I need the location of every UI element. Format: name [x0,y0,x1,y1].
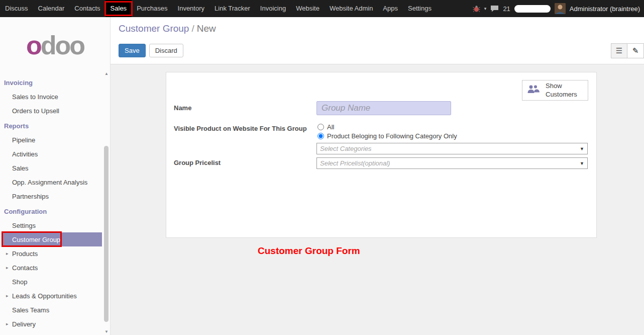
radio-all-input[interactable] [317,124,324,130]
radio-category-label: Product Beloging to Following Category O… [327,132,457,140]
menu-item-calendar[interactable]: Calendar [33,0,70,17]
radio-option-all[interactable]: All [317,123,334,131]
view-switcher: ☰ ✎ [611,43,644,58]
menu-item-website[interactable]: Website [291,0,325,17]
edit-form-icon: ✎ [632,46,639,55]
top-menu: Discuss Calendar Contacts Sales Purchase… [0,0,437,17]
annotation-caption: Customer Group Form [258,245,360,257]
visible-product-field-label: Visible Product on Website For This Grou… [174,125,307,132]
topbar: Discuss Calendar Contacts Sales Purchase… [0,0,644,17]
sidebar-section-reports: Reports [0,118,102,133]
list-view-icon: ☰ [616,46,622,55]
radio-category-input[interactable] [317,133,324,139]
odoo-logo: odoo [0,17,110,73]
sidebar-item-shop[interactable]: Shop [3,275,102,289]
bug-icon[interactable] [473,6,480,12]
scroll-up-icon[interactable]: ▲ [103,71,110,76]
sidebar-item-activities[interactable]: Activities [3,147,102,161]
sidebar-scrollbar: ▲ ▼ [103,71,110,335]
scroll-down-icon[interactable]: ▼ [103,329,110,334]
show-customers-label: Show Customers [546,82,579,99]
menu-item-inventory[interactable]: Inventory [173,0,209,17]
menu-item-sales-label: Sales [111,5,127,12]
action-buttons: Save Discard [119,44,183,57]
menu-item-sales[interactable]: Sales [105,0,132,17]
sidebar-item-customer-group-label: Customer Group [12,236,60,243]
sidebar-item-contacts-label: Contacts [12,264,38,272]
scrollbar-thumb[interactable] [104,146,109,322]
sidebar-nav: Invoicing Sales to Invoice Orders to Ups… [0,74,102,331]
pricelist-select-placeholder: Select Pricelist(optional) [320,159,390,167]
menu-item-invoicing[interactable]: Invoicing [255,0,291,17]
caret-right-icon: ▸ [6,321,12,326]
status-pill [514,5,551,13]
menu-item-discuss[interactable]: Discuss [0,0,33,17]
name-field-label: Name [174,104,191,112]
control-panel: Customer Group/New Save Discard ☰ ✎ [111,17,644,64]
caret-right-icon: ▸ [6,293,12,298]
discard-button[interactable]: Discard [149,44,183,57]
show-customers-button[interactable]: Show Customers [522,80,588,101]
form-area: Show Customers Name Visible Product on W… [111,64,644,335]
group-name-input[interactable] [316,101,451,115]
menu-item-contacts[interactable]: Contacts [69,0,105,17]
sidebar-item-leads-opportunities-label: Leads & Opportunities [12,292,77,300]
select-caret-icon: ▼ [580,161,584,166]
messages-count[interactable]: 21 [503,5,510,13]
customers-group-icon [527,85,541,97]
categories-select-placeholder: Select Categories [320,145,372,152]
breadcrumb: Customer Group/New [119,23,216,34]
sidebar-item-partnerships[interactable]: Partnerships [3,189,102,203]
sidebar-item-products-label: Products [12,250,38,258]
list-view-button[interactable]: ☰ [611,43,627,58]
menu-item-settings[interactable]: Settings [403,0,437,17]
sidebar-item-delivery[interactable]: ▸ Delivery [3,317,102,331]
group-pricelist-field-label: Group Pricelist [174,159,221,166]
sidebar-item-leads-opportunities[interactable]: ▸ Leads & Opportunities [3,289,102,303]
avatar[interactable] [555,3,566,14]
sidebar-item-products[interactable]: ▸ Products [3,246,102,261]
odoo-logo-accent-letter: o [26,30,41,60]
save-button[interactable]: Save [119,44,146,57]
sidebar-item-settings[interactable]: Settings [3,218,102,232]
pricelist-select[interactable]: Select Pricelist(optional) ▼ [316,157,588,169]
sidebar-item-opp-assignment-analysis[interactable]: Opp. Assignment Analysis [3,175,102,189]
breadcrumb-current: New [197,23,216,34]
sidebar-item-pipeline[interactable]: Pipeline [3,133,102,147]
sidebar-item-sales-to-invoice[interactable]: Sales to Invoice [3,90,102,104]
radio-option-category[interactable]: Product Beloging to Following Category O… [317,132,457,140]
screen: Discuss Calendar Contacts Sales Purchase… [0,0,644,335]
customer-group-form-card: Show Customers Name Visible Product on W… [166,72,597,238]
caret-right-icon: ▸ [6,251,12,256]
sidebar-section-invoicing: Invoicing [0,74,102,90]
menu-item-purchases[interactable]: Purchases [132,0,172,17]
caret-right-icon: ▸ [6,265,12,270]
topbar-right: ▾ 21 Administrator (braintree) [473,3,644,14]
sidebar-section-configuration: Configuration [0,203,102,218]
sidebar: odoo Invoicing Sales to Invoice Orders t… [0,17,111,335]
menu-item-website-admin[interactable]: Website Admin [325,0,378,17]
sidebar-item-customer-group[interactable]: Customer Group [3,232,102,246]
breadcrumb-parent-link[interactable]: Customer Group [119,23,189,34]
breadcrumb-separator: / [191,23,194,34]
sidebar-item-sales-teams[interactable]: Sales Teams [3,303,102,317]
menu-item-apps[interactable]: Apps [378,0,403,17]
form-view-button[interactable]: ✎ [627,43,644,58]
menu-item-link-tracker[interactable]: Link Tracker [209,0,255,17]
select-caret-icon: ▼ [580,146,584,151]
sidebar-item-contacts[interactable]: ▸ Contacts [3,261,102,275]
odoo-logo-rest: doo [41,30,84,60]
sidebar-item-sales[interactable]: Sales [3,161,102,175]
categories-select[interactable]: Select Categories ▼ [316,143,588,154]
user-name[interactable]: Administrator (braintree) [570,5,640,13]
sidebar-item-orders-to-upsell[interactable]: Orders to Upsell [3,104,102,118]
main-content: Customer Group/New Save Discard ☰ ✎ Show… [111,17,644,335]
sidebar-item-delivery-label: Delivery [12,320,36,328]
messages-icon[interactable] [490,5,499,12]
caret-down-icon[interactable]: ▾ [484,6,487,11]
radio-all-label: All [327,123,334,131]
